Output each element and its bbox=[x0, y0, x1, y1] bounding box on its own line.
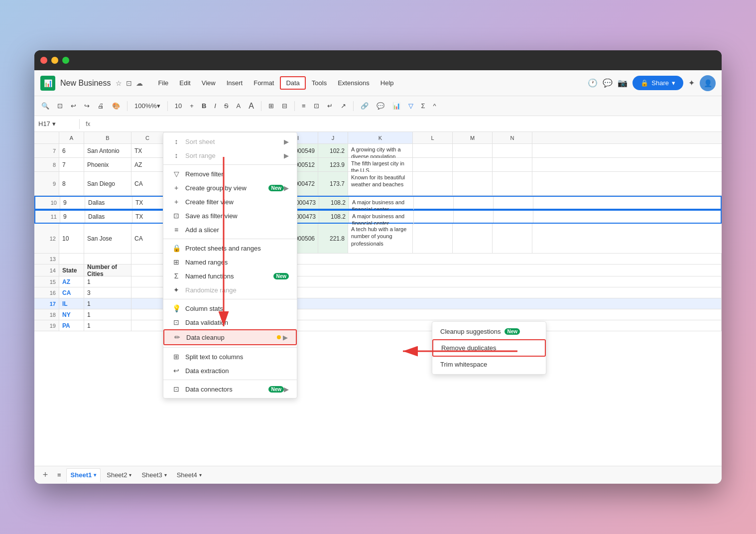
data-cleanup-submenu[interactable]: Cleanup suggestions New Remove duplicate… bbox=[432, 321, 546, 375]
sheet-tab-3[interactable]: Sheet3 ▾ bbox=[137, 468, 170, 482]
menu-data-extraction[interactable]: ↩ Data extraction bbox=[163, 364, 297, 378]
text-wrap-button[interactable]: ↵ bbox=[324, 101, 336, 111]
menu-named-ranges[interactable]: ⊞ Named ranges bbox=[163, 255, 297, 269]
menu-remove-filter[interactable]: ▽ Remove filter bbox=[163, 167, 297, 181]
search-button[interactable]: 🔍 bbox=[38, 101, 52, 111]
cell-a18[interactable]: NY bbox=[59, 309, 84, 320]
cell-k7[interactable]: A growing city with a diverse population bbox=[348, 144, 413, 158]
font-size-input[interactable]: 10 bbox=[172, 101, 185, 111]
cell-k8[interactable]: The fifth largest city in the U.S. bbox=[348, 158, 413, 172]
menu-data-cleanup[interactable]: ✏ Data cleanup ▶ bbox=[163, 329, 297, 345]
close-button[interactable] bbox=[40, 57, 47, 64]
cell-a10[interactable]: 9 bbox=[60, 197, 85, 209]
cell-b15[interactable]: 1 bbox=[84, 276, 131, 287]
cell-j12[interactable]: 221.8 bbox=[318, 224, 348, 253]
cell-b8[interactable]: Phoenix bbox=[84, 158, 131, 171]
minimize-button[interactable] bbox=[51, 57, 58, 64]
cell-a8[interactable]: 7 bbox=[59, 158, 84, 171]
cell-c9[interactable]: CA bbox=[131, 172, 164, 195]
undo-button[interactable]: ↩ bbox=[68, 101, 79, 111]
meet-icon[interactable]: 📷 bbox=[618, 78, 628, 88]
col-header-m[interactable]: M bbox=[453, 132, 493, 143]
menu-edit[interactable]: Edit bbox=[174, 77, 195, 89]
submenu-trim-whitespace[interactable]: Trim whitespace bbox=[432, 357, 546, 372]
menu-sort-range[interactable]: ↕ Sort range ▶ bbox=[163, 148, 297, 162]
highlight-button[interactable]: A bbox=[246, 100, 257, 112]
cell-c12[interactable]: CA bbox=[131, 224, 164, 253]
cell-b10[interactable]: Dallas bbox=[85, 197, 132, 209]
cell-b16[interactable]: 3 bbox=[84, 287, 131, 298]
font-size-increase[interactable]: + bbox=[187, 101, 197, 111]
cell-c11[interactable]: TX bbox=[132, 211, 165, 223]
menu-insert[interactable]: Insert bbox=[222, 77, 248, 89]
menu-extensions[interactable]: Extensions bbox=[333, 77, 375, 89]
menu-named-functions[interactable]: Σ Named functions New bbox=[163, 269, 297, 283]
cell-a15[interactable]: AZ bbox=[59, 276, 84, 287]
cell-b9[interactable]: San Diego bbox=[84, 172, 131, 195]
cell-j8[interactable]: 123.9 bbox=[318, 158, 348, 171]
cell-b12[interactable]: San Jose bbox=[84, 224, 131, 253]
functions-button[interactable]: Σ bbox=[418, 101, 428, 111]
col-header-l[interactable]: L bbox=[413, 132, 453, 143]
print-preview-button[interactable]: ⊡ bbox=[54, 101, 66, 111]
cell-k10[interactable]: A major business and financial center bbox=[349, 197, 414, 211]
menu-protect-sheets[interactable]: 🔒 Protect sheets and ranges bbox=[163, 241, 297, 255]
strikethrough-button[interactable]: S bbox=[221, 101, 232, 111]
sparkle-icon[interactable]: ✦ bbox=[688, 78, 695, 88]
chart-button[interactable]: 📊 bbox=[389, 101, 403, 111]
col-header-c[interactable]: C bbox=[131, 132, 164, 143]
submenu-remove-duplicates[interactable]: Remove duplicates bbox=[432, 339, 546, 357]
collapse-toolbar-button[interactable]: ^ bbox=[430, 101, 439, 111]
cell-a17[interactable]: IL bbox=[59, 298, 84, 309]
merge-button[interactable]: ⊟ bbox=[279, 101, 290, 111]
history-icon[interactable]: 🕐 bbox=[588, 78, 598, 88]
cell-k11[interactable]: A major business and financial center bbox=[349, 211, 414, 225]
cell-a19[interactable]: PA bbox=[59, 320, 84, 331]
borders-button[interactable]: ⊞ bbox=[265, 101, 277, 111]
sheet-tab-2-dropdown[interactable]: ▾ bbox=[129, 472, 131, 478]
cell-b14[interactable]: Number of Cities bbox=[84, 265, 131, 276]
sheet-tab-4[interactable]: Sheet4 ▾ bbox=[173, 468, 206, 482]
print-button[interactable]: 🖨 bbox=[95, 101, 107, 111]
cloud-icon[interactable]: ☁ bbox=[136, 79, 143, 87]
menu-split-text[interactable]: ⊞ Split text to columns bbox=[163, 350, 297, 364]
menu-create-group-view[interactable]: + Create group by view New ▶ bbox=[163, 181, 297, 195]
cell-b17[interactable]: 1 bbox=[84, 298, 131, 309]
menu-view[interactable]: View bbox=[197, 77, 221, 89]
sheet-tab-3-dropdown[interactable]: ▾ bbox=[164, 472, 167, 478]
cell-a9[interactable]: 8 bbox=[59, 172, 84, 195]
cell-reference[interactable]: H17 ▾ bbox=[38, 120, 73, 128]
sheet-tab-2[interactable]: Sheet2 ▾ bbox=[103, 468, 135, 482]
user-avatar[interactable]: 👤 bbox=[700, 75, 716, 91]
cell-a14[interactable]: State bbox=[59, 265, 84, 276]
filter-button[interactable]: ▽ bbox=[405, 101, 416, 111]
menu-help[interactable]: Help bbox=[376, 77, 399, 89]
menu-create-filter-view[interactable]: + Create filter view bbox=[163, 195, 297, 209]
menu-save-filter-view[interactable]: ⊡ Save as filter view bbox=[163, 209, 297, 223]
menu-sort-sheet[interactable]: ↕ Sort sheet ▶ bbox=[163, 134, 297, 148]
cell-k9[interactable]: Known for its beautiful weather and beac… bbox=[348, 172, 413, 195]
menu-data-connectors[interactable]: ⊡ Data connectors New ▶ bbox=[163, 382, 297, 396]
zoom-control[interactable]: 100% %▾ bbox=[131, 101, 163, 111]
cell-c10[interactable]: TX bbox=[132, 197, 165, 209]
cell-j9[interactable]: 173.7 bbox=[318, 172, 348, 195]
cell-k12[interactable]: A tech hub with a large number of young … bbox=[348, 224, 413, 253]
bold-button[interactable]: B bbox=[199, 101, 209, 111]
cell-a12[interactable]: 10 bbox=[59, 224, 84, 253]
menu-data-validation[interactable]: ⊡ Data validation bbox=[163, 315, 297, 329]
col-header-a[interactable]: A bbox=[59, 132, 84, 143]
folder-icon[interactable]: ⊡ bbox=[126, 79, 132, 87]
cell-a7[interactable]: 6 bbox=[59, 144, 84, 157]
align-button[interactable]: ≡ bbox=[299, 101, 309, 111]
menu-column-stats[interactable]: 💡 Column stats bbox=[163, 301, 297, 315]
menu-tools[interactable]: Tools bbox=[307, 77, 332, 89]
cell-b11[interactable]: Dallas bbox=[85, 211, 132, 223]
sheet-tab-1-dropdown[interactable]: ▾ bbox=[94, 472, 96, 478]
col-header-b[interactable]: B bbox=[84, 132, 131, 143]
cell-j11[interactable]: 108.2 bbox=[319, 211, 349, 223]
cell-a11[interactable]: 9 bbox=[60, 211, 85, 223]
cell-b19[interactable]: 1 bbox=[84, 320, 131, 331]
menu-data[interactable]: Data bbox=[280, 76, 305, 90]
menu-add-slicer[interactable]: ≡ Add a slicer bbox=[163, 223, 297, 237]
sheet-tab-4-dropdown[interactable]: ▾ bbox=[199, 472, 202, 478]
